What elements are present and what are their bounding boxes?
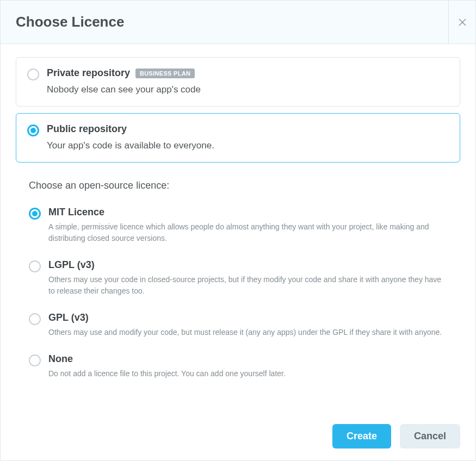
licence-content-gpl: GPL (v3) Others may use and modify your … xyxy=(48,312,449,338)
licence-section-label: Choose an open-source licence: xyxy=(29,180,460,191)
repo-content-private: Private repository BUSINESS PLAN Nobody … xyxy=(47,67,449,96)
repo-title-row-private: Private repository BUSINESS PLAN xyxy=(47,67,449,79)
repo-title-row-public: Public repository xyxy=(47,123,449,135)
licence-option-none[interactable]: None Do not add a licence file to this p… xyxy=(29,353,460,379)
licence-content-lgpl: LGPL (v3) Others may use your code in cl… xyxy=(48,259,449,297)
repo-title-public: Public repository xyxy=(47,123,127,135)
licence-desc-lgpl: Others may use your code in closed-sourc… xyxy=(48,274,449,297)
licence-desc-gpl: Others may use and modify your code, but… xyxy=(48,327,449,338)
radio-lgpl[interactable] xyxy=(29,260,41,272)
radio-private[interactable] xyxy=(27,68,39,80)
licence-option-gpl[interactable]: GPL (v3) Others may use and modify your … xyxy=(29,312,460,338)
licence-content-none: None Do not add a licence file to this p… xyxy=(48,353,449,379)
licence-list: MIT Licence A simple, permissive licence… xyxy=(29,207,460,379)
repo-title-private: Private repository xyxy=(47,67,130,79)
licence-content-mit: MIT Licence A simple, permissive licence… xyxy=(48,207,449,244)
licence-option-lgpl[interactable]: LGPL (v3) Others may use your code in cl… xyxy=(29,259,460,297)
licence-option-mit[interactable]: MIT Licence A simple, permissive licence… xyxy=(29,207,460,244)
licence-desc-mit: A simple, permissive licence which allow… xyxy=(48,221,449,244)
modal-title: Choose Licence xyxy=(1,1,448,43)
repo-option-public[interactable]: Public repository Your app's code is ava… xyxy=(16,113,460,163)
radio-gpl[interactable] xyxy=(29,313,41,325)
radio-public[interactable] xyxy=(27,124,39,136)
close-icon xyxy=(459,18,466,26)
licence-title-gpl: GPL (v3) xyxy=(48,312,449,323)
modal-footer: Create Cancel xyxy=(1,412,475,460)
licence-desc-none: Do not add a licence file to this projec… xyxy=(48,368,449,379)
licence-title-mit: MIT Licence xyxy=(48,207,449,218)
business-plan-badge: BUSINESS PLAN xyxy=(135,68,195,78)
repo-option-private[interactable]: Private repository BUSINESS PLAN Nobody … xyxy=(16,57,460,107)
modal-body: Private repository BUSINESS PLAN Nobody … xyxy=(1,44,475,412)
repo-desc-public: Your app's code is available to everyone… xyxy=(47,139,449,152)
radio-mit[interactable] xyxy=(29,208,41,220)
create-button[interactable]: Create xyxy=(332,424,391,448)
close-button[interactable] xyxy=(448,1,475,43)
choose-licence-modal: Choose Licence Private repository BUSINE… xyxy=(0,0,476,461)
licence-title-lgpl: LGPL (v3) xyxy=(48,259,449,271)
licence-title-none: None xyxy=(48,353,449,365)
radio-none[interactable] xyxy=(29,354,41,366)
modal-header: Choose Licence xyxy=(1,1,475,44)
repo-desc-private: Nobody else can see your app's code xyxy=(47,83,449,96)
cancel-button[interactable]: Cancel xyxy=(400,424,460,448)
repo-content-public: Public repository Your app's code is ava… xyxy=(47,123,449,152)
